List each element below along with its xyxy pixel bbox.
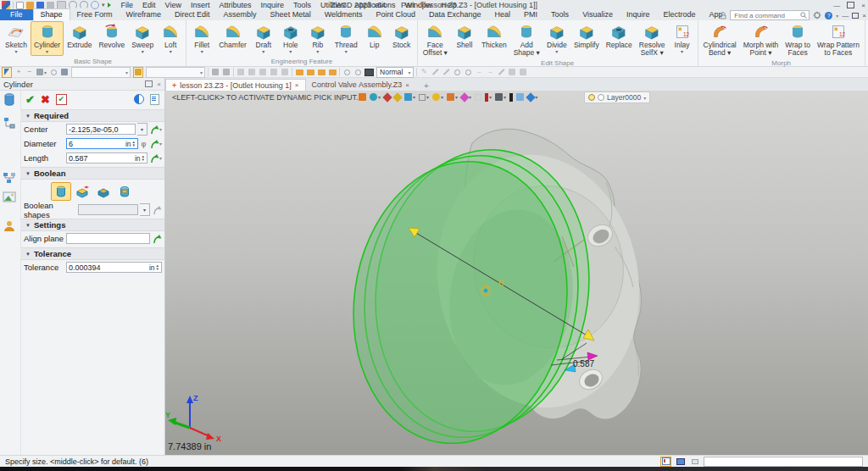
center-expand-icon[interactable]: ▾ [137, 123, 147, 136]
help-icon[interactable]: ? [825, 12, 832, 19]
viewport-3d[interactable]: <LEFT-CLICK> TO ACTIVATE DYNAMIC PICK IN… [165, 91, 868, 455]
find-command-input[interactable] [732, 11, 798, 20]
minimize-button[interactable]: — [833, 2, 840, 9]
dropdown-caret-icon[interactable]: ▾ [345, 49, 348, 54]
line-style-icon[interactable] [509, 93, 513, 102]
ribbon-tab-data-exchange[interactable]: Data Exchange [422, 9, 488, 20]
new-file-icon[interactable] [16, 2, 24, 9]
split-view-icon[interactable] [689, 457, 700, 467]
ribbon-button-wrap-pattern-to-faces[interactable]: 12Wrap Patternto Faces [814, 21, 863, 58]
ribbon-button-revolve[interactable]: Revolve [95, 21, 128, 51]
dropdown-caret-icon[interactable]: ▾ [289, 49, 292, 54]
ribbon-tab-heal[interactable]: Heal [488, 9, 518, 20]
layer-dropdown-caret[interactable]: ▾ [643, 95, 646, 101]
length-input[interactable]: in ▲▼ [66, 152, 147, 163]
monitor-icon[interactable] [364, 68, 374, 77]
clip-icon-5[interactable] [281, 68, 289, 77]
exit-icon[interactable] [359, 93, 366, 101]
scene-canvas[interactable]: 6 0.587 Z [165, 91, 868, 455]
ribbon-tab-pmi[interactable]: PMI [517, 9, 544, 20]
tolerance-input[interactable]: in ▲▼ [66, 262, 162, 273]
snap-icon[interactable] [133, 67, 143, 78]
menu-utilities[interactable]: Utilities [320, 1, 345, 9]
ribbon-button-draft[interactable]: Draft▾ [250, 21, 277, 56]
section-required[interactable]: ▼Required [20, 109, 164, 122]
box-display-icon[interactable]: ▾ [447, 93, 458, 101]
sketch-pencil-icon[interactable]: ✎ [420, 68, 428, 77]
clip-icon-3[interactable] [259, 68, 267, 77]
ribbon-button-morph-with-point[interactable]: Morph withPoint ▾ [740, 21, 782, 58]
ribbon-tab-wireframe[interactable]: Wireframe [120, 9, 169, 20]
visualize-image-icon[interactable] [3, 191, 17, 205]
monitor-view-icon[interactable] [675, 457, 686, 467]
view-orient-icon[interactable]: ▾ [527, 94, 537, 101]
ribbon-button-hole[interactable]: Hole▾ [277, 21, 304, 56]
doc-tab-inactive[interactable]: Control Valve Assembly.Z3× [306, 79, 415, 91]
doc-minimize-button[interactable]: — [842, 12, 849, 19]
pick-cursor-icon[interactable] [2, 67, 12, 78]
render-mode-icon[interactable]: ▾ [370, 93, 381, 101]
refresh-icon[interactable] [353, 68, 362, 77]
dropdown-icon[interactable]: ▾ [102, 2, 105, 8]
display-toggle-icon[interactable] [134, 94, 144, 104]
ribbon-button-cylindrical-bend[interactable]: CylindricalBend ▾ [700, 21, 740, 58]
ribbon-tab-free-form[interactable]: Free Form [70, 9, 120, 20]
ribbon-button-face-offset[interactable]: FaceOffset ▾ [420, 21, 451, 58]
manager-tree-icon[interactable] [3, 116, 17, 130]
redo-icon[interactable] [80, 1, 88, 9]
regen-icon[interactable] [91, 1, 99, 9]
ribbon-button-simplify[interactable]: Simplify [570, 21, 603, 51]
ribbon-button-add-shape[interactable]: AddShape ▾ [510, 21, 543, 58]
restore-button[interactable] [847, 2, 854, 8]
doc-info-icon[interactable] [150, 94, 159, 105]
filter-cube-icon[interactable] [60, 68, 69, 77]
align-plane-pick[interactable] [152, 234, 162, 244]
assembly-nodes-icon[interactable] [3, 171, 17, 186]
ribbon-button-loft[interactable]: Loft▾ [157, 21, 184, 56]
menu-help[interactable]: Help [442, 1, 458, 9]
line-tool-icon-2[interactable] [442, 68, 450, 77]
clip-icon-4[interactable] [270, 68, 278, 77]
section-view-icon[interactable]: ▾ [485, 93, 492, 102]
phi-toggle-icon[interactable]: φ [140, 140, 147, 148]
pane-icon[interactable] [516, 93, 524, 101]
ribbon-tab-direct-edit[interactable]: Direct Edit [168, 9, 217, 20]
tolerance-spinner[interactable]: ▲▼ [156, 264, 159, 271]
menu-edit[interactable]: Edit [142, 1, 156, 9]
ribbon-button-thicken[interactable]: Thicken [478, 21, 510, 51]
center-pick[interactable]: ▾ [149, 125, 162, 135]
tab-close-icon[interactable]: × [295, 81, 299, 89]
align-plane-input[interactable] [66, 233, 150, 244]
ribbon-tab-point-cloud[interactable]: Point Cloud [370, 9, 423, 20]
ribbon-button-replace[interactable]: Replace [603, 21, 636, 51]
center-point[interactable] [484, 289, 487, 292]
gem-display-icon[interactable]: ▾ [461, 94, 471, 101]
ribbon-tab-electrode[interactable]: Electrode [657, 9, 703, 20]
circle-tool-icon-3[interactable] [464, 68, 472, 77]
close-panel-icon[interactable]: × [157, 80, 161, 88]
menu-inquire[interactable]: Inquire [260, 1, 284, 9]
float-panel-icon[interactable] [145, 80, 153, 87]
boolean-intersect-button[interactable] [114, 182, 135, 201]
cylinder-tab-icon[interactable] [3, 92, 17, 107]
ribbon-button-divide[interactable]: Divide▾ [543, 21, 570, 56]
ok-button[interactable]: ✔ [25, 93, 35, 106]
dropdown-caret-icon[interactable]: ▾ [555, 49, 558, 54]
ribbon-button-stock[interactable]: Stock [388, 21, 415, 51]
point-display-icon[interactable]: ▾ [432, 93, 443, 101]
dropdown-caret-icon[interactable]: ▾ [142, 49, 144, 54]
point-tool-icon[interactable] [508, 68, 516, 77]
menu-window[interactable]: Window [405, 1, 432, 9]
dropdown-caret-icon[interactable]: ▾ [170, 49, 172, 54]
brush-icon[interactable] [384, 94, 391, 101]
ribbon-tab-inquire[interactable]: Inquire [620, 9, 657, 20]
dropdown-caret-icon[interactable]: ▾ [262, 49, 264, 54]
pick-filter-icon[interactable] [108, 3, 111, 8]
shade-mode-icon[interactable]: ▾ [404, 93, 415, 101]
ribbon-button-thread[interactable]: Thread▾ [331, 21, 361, 56]
wireframe-mode-icon[interactable]: ▾ [419, 94, 429, 101]
dropdown-caret-icon[interactable]: ▾ [201, 49, 203, 54]
section-settings[interactable]: ▼Settings [20, 219, 164, 231]
remove-entity-icon[interactable]: − [25, 68, 34, 77]
menu-attributes[interactable]: Attributes [219, 1, 251, 9]
